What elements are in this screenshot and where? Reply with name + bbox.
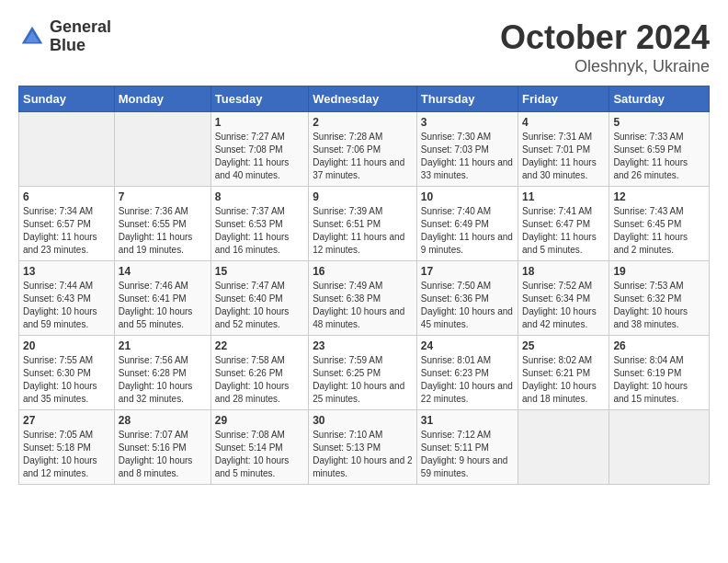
sunrise-label: Sunrise: 8:02 AM [522,355,592,365]
sunrise-label: Sunrise: 7:10 AM [313,430,382,440]
daylight-label: Daylight: 10 hours and 8 minutes. [119,455,193,478]
day-number: 30 [313,414,413,427]
day-number: 27 [23,414,110,427]
sunrise-label: Sunrise: 7:31 AM [522,132,592,142]
sunrise-label: Sunrise: 7:36 AM [119,206,188,216]
daylight-label: Daylight: 11 hours and 16 minutes. [215,232,290,255]
sunset-label: Sunset: 5:18 PM [23,442,91,453]
sunset-label: Sunset: 5:11 PM [421,442,489,453]
calendar-cell: 18 Sunrise: 7:52 AM Sunset: 6:34 PM Dayl… [518,261,609,336]
weekday-header: Saturday [609,86,710,112]
calendar-cell: 9 Sunrise: 7:39 AM Sunset: 6:51 PM Dayli… [309,187,417,261]
weekday-header: Monday [114,86,210,112]
sunrise-label: Sunrise: 7:46 AM [119,281,188,291]
day-info: Sunrise: 7:59 AM Sunset: 6:25 PM Dayligh… [313,354,413,406]
sunset-label: Sunset: 5:14 PM [215,442,283,453]
calendar-week-row: 1 Sunrise: 7:27 AM Sunset: 7:08 PM Dayli… [19,112,710,187]
day-number: 11 [522,190,605,203]
calendar-cell: 24 Sunrise: 8:01 AM Sunset: 6:23 PM Dayl… [416,336,518,410]
day-number: 6 [23,190,110,203]
daylight-label: Daylight: 10 hours and 52 minutes. [215,306,290,329]
daylight-label: Daylight: 10 hours and 42 minutes. [522,306,597,329]
sunset-label: Sunset: 6:23 PM [421,368,489,378]
calendar-cell [518,410,609,485]
day-info: Sunrise: 8:01 AM Sunset: 6:23 PM Dayligh… [421,354,514,406]
day-number: 28 [119,414,207,427]
day-info: Sunrise: 7:27 AM Sunset: 7:08 PM Dayligh… [215,131,304,182]
logo-line1: General [50,18,111,37]
sunset-label: Sunset: 6:19 PM [613,368,681,378]
calendar-week-row: 13 Sunrise: 7:44 AM Sunset: 6:43 PM Dayl… [19,261,710,336]
daylight-label: Daylight: 11 hours and 19 minutes. [119,232,193,255]
calendar-cell [114,112,210,187]
calendar-table: SundayMondayTuesdayWednesdayThursdayFrid… [18,86,710,485]
sunset-label: Sunset: 6:36 PM [421,293,489,304]
day-info: Sunrise: 7:28 AM Sunset: 7:06 PM Dayligh… [313,131,413,182]
weekday-header: Friday [518,86,609,112]
calendar-cell: 7 Sunrise: 7:36 AM Sunset: 6:55 PM Dayli… [114,187,210,261]
daylight-label: Daylight: 11 hours and 30 minutes. [522,157,597,180]
calendar-cell: 13 Sunrise: 7:44 AM Sunset: 6:43 PM Dayl… [19,261,115,336]
daylight-label: Daylight: 10 hours and 59 minutes. [23,306,97,329]
calendar-cell: 2 Sunrise: 7:28 AM Sunset: 7:06 PM Dayli… [309,112,417,187]
header-row: SundayMondayTuesdayWednesdayThursdayFrid… [19,86,710,112]
calendar-cell: 28 Sunrise: 7:07 AM Sunset: 5:16 PM Dayl… [114,410,210,485]
sunrise-label: Sunrise: 7:08 AM [215,430,285,440]
sunrise-label: Sunrise: 7:50 AM [421,281,491,291]
day-number: 23 [313,339,413,352]
sunrise-label: Sunrise: 8:01 AM [421,355,491,365]
sunset-label: Sunset: 6:55 PM [119,219,187,229]
day-number: 4 [522,116,605,129]
day-info: Sunrise: 8:02 AM Sunset: 6:21 PM Dayligh… [522,354,605,406]
daylight-label: Daylight: 10 hours and 25 minutes. [313,381,404,404]
sunrise-label: Sunrise: 7:44 AM [23,281,93,291]
calendar-cell: 5 Sunrise: 7:33 AM Sunset: 6:59 PM Dayli… [609,112,710,187]
sunset-label: Sunset: 7:01 PM [522,144,590,155]
calendar-cell: 15 Sunrise: 7:47 AM Sunset: 6:40 PM Dayl… [210,261,308,336]
calendar-cell: 31 Sunrise: 7:12 AM Sunset: 5:11 PM Dayl… [416,410,518,485]
calendar-cell: 22 Sunrise: 7:58 AM Sunset: 6:26 PM Dayl… [210,336,308,410]
day-number: 19 [613,265,705,278]
sunset-label: Sunset: 6:34 PM [522,293,590,304]
daylight-label: Daylight: 11 hours and 26 minutes. [613,157,688,180]
day-info: Sunrise: 7:05 AM Sunset: 5:18 PM Dayligh… [23,429,110,480]
daylight-label: Daylight: 11 hours and 33 minutes. [421,157,513,180]
day-info: Sunrise: 7:52 AM Sunset: 6:34 PM Dayligh… [522,280,605,331]
calendar-cell: 25 Sunrise: 8:02 AM Sunset: 6:21 PM Dayl… [518,336,609,410]
sunset-label: Sunset: 6:53 PM [215,219,283,229]
day-number: 13 [23,265,110,278]
title-block: October 2024 Oleshnyk, Ukraine [500,18,710,76]
day-number: 12 [613,190,705,203]
sunset-label: Sunset: 7:08 PM [215,144,283,155]
day-info: Sunrise: 7:55 AM Sunset: 6:30 PM Dayligh… [23,354,110,406]
daylight-label: Daylight: 11 hours and 9 minutes. [421,232,513,255]
day-info: Sunrise: 7:41 AM Sunset: 6:47 PM Dayligh… [522,205,605,257]
calendar-cell: 11 Sunrise: 7:41 AM Sunset: 6:47 PM Dayl… [518,187,609,261]
sunrise-label: Sunrise: 7:07 AM [119,430,188,440]
daylight-label: Daylight: 10 hours and 22 minutes. [421,381,513,404]
calendar-cell: 19 Sunrise: 7:53 AM Sunset: 6:32 PM Dayl… [609,261,710,336]
sunset-label: Sunset: 5:13 PM [313,442,381,453]
sunset-label: Sunset: 6:47 PM [522,219,590,229]
sunset-label: Sunset: 6:59 PM [613,144,681,155]
weekday-header: Tuesday [210,86,308,112]
calendar-cell: 8 Sunrise: 7:37 AM Sunset: 6:53 PM Dayli… [210,187,308,261]
weekday-header: Thursday [416,86,518,112]
calendar-cell [609,410,710,485]
sunrise-label: Sunrise: 7:28 AM [313,132,382,142]
sunrise-label: Sunrise: 7:47 AM [215,281,285,291]
day-number: 14 [119,265,207,278]
calendar-cell: 6 Sunrise: 7:34 AM Sunset: 6:57 PM Dayli… [19,187,115,261]
sunrise-label: Sunrise: 7:34 AM [23,206,93,216]
calendar-week-row: 27 Sunrise: 7:05 AM Sunset: 5:18 PM Dayl… [19,410,710,485]
daylight-label: Daylight: 10 hours and 55 minutes. [119,306,193,329]
calendar-cell: 26 Sunrise: 8:04 AM Sunset: 6:19 PM Dayl… [609,336,710,410]
day-number: 31 [421,414,514,427]
sunrise-label: Sunrise: 7:27 AM [215,132,285,142]
calendar-cell: 3 Sunrise: 7:30 AM Sunset: 7:03 PM Dayli… [416,112,518,187]
logo-icon [18,23,46,51]
calendar-cell: 16 Sunrise: 7:49 AM Sunset: 6:38 PM Dayl… [309,261,417,336]
calendar-cell: 30 Sunrise: 7:10 AM Sunset: 5:13 PM Dayl… [309,410,417,485]
day-info: Sunrise: 7:56 AM Sunset: 6:28 PM Dayligh… [119,354,207,406]
calendar-cell [19,112,115,187]
